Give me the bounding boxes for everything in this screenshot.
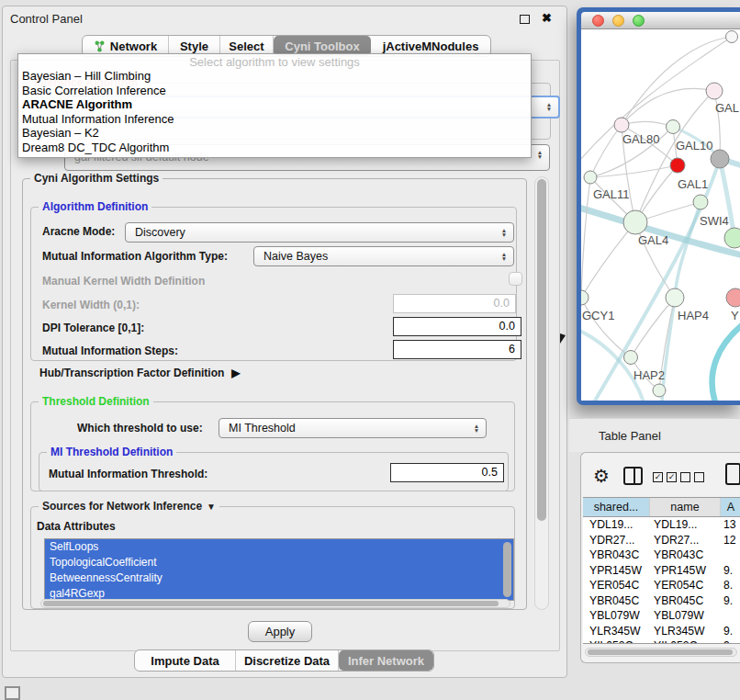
- combo-arrows-icon: ▲▼: [499, 248, 510, 265]
- unchecked-checkbox-icon[interactable]: [680, 472, 690, 482]
- unchecked-checkbox-icon[interactable]: [694, 472, 704, 482]
- document-icon[interactable]: [725, 463, 740, 485]
- mi-type-combo[interactable]: Naive Bayes ▲▼: [253, 246, 514, 266]
- algorithm-option[interactable]: Bayesian – Hill Climbing: [18, 69, 531, 84]
- mi-steps-label: Mutual Information Steps:: [42, 344, 178, 357]
- network-node[interactable]: [667, 120, 680, 134]
- list-horizontal-scrollbar[interactable]: [40, 599, 510, 608]
- list-scrollbar-thumb[interactable]: [503, 542, 511, 597]
- table-row[interactable]: YBR045CYBR045C9.: [583, 593, 740, 609]
- table-row[interactable]: YDR27...YDR27...12: [583, 533, 740, 548]
- tab-impute-data[interactable]: Impute Data: [135, 650, 236, 671]
- algorithm-option[interactable]: Dream8 DC_TDC Algorithm: [18, 141, 531, 155]
- mi-steps-field[interactable]: 6: [393, 340, 521, 359]
- network-node[interactable]: [693, 195, 708, 209]
- table-header-row: shared... name A: [583, 498, 740, 517]
- network-node[interactable]: [614, 118, 629, 132]
- network-node[interactable]: [706, 83, 723, 99]
- table-row[interactable]: YIL052CYIL052C9: [583, 638, 740, 644]
- scrollbar-thumb[interactable]: [537, 179, 546, 521]
- node-label: HAP4: [678, 309, 709, 322]
- settings-vertical-scrollbar[interactable]: [534, 176, 549, 610]
- kernel-width-field[interactable]: 0.0: [393, 294, 516, 313]
- network-node[interactable]: [581, 290, 589, 305]
- sources-group-title[interactable]: Sources for Network Inference▼: [39, 500, 219, 513]
- network-edge: [581, 329, 644, 401]
- network-graph: GALGAL80GAL10GAL11GAL1SWI4GAL4GCY1HAP4YH…: [581, 29, 740, 401]
- hub-definition-toggle[interactable]: Hub/Transcription Factor Definition▶: [39, 367, 241, 379]
- aracne-mode-value: Discovery: [135, 226, 185, 239]
- node-label: GAL10: [676, 139, 712, 152]
- column-header-shared-name[interactable]: shared...: [583, 498, 650, 516]
- network-node[interactable]: [624, 351, 638, 365]
- data-attribute-item[interactable]: SelfLoops: [45, 539, 513, 555]
- minimize-traffic-light-icon[interactable]: [612, 15, 624, 27]
- gear-icon[interactable]: ⚙: [593, 465, 610, 487]
- manual-kernel-checkbox[interactable]: [509, 272, 522, 286]
- data-attributes-list[interactable]: SelfLoopsTopologicalCoefficientBetweenne…: [44, 538, 514, 601]
- algorithm-option[interactable]: Mutual Information Inference: [18, 112, 531, 127]
- table-cell: YBR043C: [583, 548, 650, 563]
- data-attributes-label: Data Attributes: [37, 520, 116, 533]
- table-row[interactable]: YBL079WYBL079W: [583, 608, 740, 624]
- checked-checkbox-icon[interactable]: ✓: [653, 472, 663, 482]
- network-node[interactable]: [726, 288, 740, 307]
- network-node[interactable]: [724, 228, 740, 248]
- node-label: GAL1: [678, 177, 708, 191]
- network-window-titlebar[interactable]: [581, 12, 740, 29]
- network-view-window: GALGAL80GAL10GAL11GAL1SWI4GAL4GCY1HAP4YH…: [577, 7, 740, 405]
- network-canvas[interactable]: GALGAL80GAL10GAL11GAL1SWI4GAL4GCY1HAP4YH…: [581, 29, 740, 401]
- algorithm-option[interactable]: Basic Correlation Inference: [18, 84, 531, 98]
- network-node[interactable]: [666, 288, 684, 307]
- network-node[interactable]: [711, 150, 729, 168]
- bottom-tabs: Impute Data Discretize Data Infer Networ…: [134, 649, 434, 672]
- table-row[interactable]: YER054CYER054C8.: [583, 578, 740, 593]
- aracne-mode-combo[interactable]: Discovery ▲▼: [125, 222, 514, 243]
- checked-checkbox-icon[interactable]: ✓: [667, 472, 677, 482]
- network-node[interactable]: [726, 31, 738, 43]
- close-icon[interactable]: ✖: [542, 11, 552, 25]
- minimized-panel-icon[interactable]: [5, 686, 20, 700]
- table-cell: [721, 608, 740, 624]
- mi-type-value: Naive Bayes: [263, 250, 328, 263]
- tab-discretize-data[interactable]: Discretize Data: [236, 650, 339, 671]
- table-row[interactable]: YBR043CYBR043C: [583, 548, 740, 563]
- network-node[interactable]: [623, 210, 647, 234]
- float-window-icon[interactable]: [520, 15, 530, 24]
- tab-label: Impute Data: [151, 654, 219, 668]
- dpi-tolerance-field[interactable]: 0.0: [393, 317, 521, 336]
- zoom-traffic-light-icon[interactable]: [633, 15, 645, 27]
- table-row[interactable]: YPR145WYPR145W9.: [583, 563, 740, 579]
- network-edge: [581, 222, 635, 298]
- data-attribute-item[interactable]: TopologicalCoefficient: [45, 555, 513, 570]
- data-attribute-item[interactable]: BetweennessCentrality: [45, 570, 513, 586]
- scrollbar-thumb[interactable]: [43, 601, 499, 606]
- close-traffic-light-icon[interactable]: [592, 15, 604, 27]
- which-threshold-combo[interactable]: MI Threshold ▲▼: [219, 418, 487, 438]
- network-node[interactable]: [653, 384, 666, 397]
- algorithm-option[interactable]: Bayesian – K2: [18, 126, 531, 141]
- table-row[interactable]: YLR345WYLR345W9.: [583, 624, 740, 639]
- control-panel-title: Control Panel: [10, 12, 83, 26]
- scrollbar-thumb[interactable]: [588, 649, 733, 655]
- node-label: HAP2: [633, 368, 665, 382]
- table-horizontal-scrollbar[interactable]: [585, 648, 737, 657]
- table-row[interactable]: YDL19...YDL19...13: [583, 517, 740, 533]
- network-edge: [590, 165, 678, 177]
- mi-threshold-field[interactable]: 0.5: [390, 463, 504, 482]
- network-node[interactable]: [670, 158, 685, 173]
- mi-type-label: Mutual Information Algorithm Type:: [42, 250, 228, 263]
- apply-button[interactable]: Apply: [248, 621, 312, 642]
- table-body: YDL19...YDL19...13YDR27...YDR27...12YBR0…: [583, 517, 740, 644]
- algorithm-option[interactable]: ARACNE Algorithm: [18, 97, 531, 112]
- control-panel-window: Control Panel ✖ Network Style Select Cyn…: [2, 6, 567, 678]
- node-label: SWI4: [700, 214, 729, 228]
- split-columns-icon[interactable]: [623, 467, 643, 485]
- table-panel-title: Table Panel: [599, 429, 661, 443]
- table-cell: 9: [721, 638, 740, 644]
- network-edge: [581, 177, 590, 298]
- column-header-partial[interactable]: A: [721, 498, 740, 516]
- network-node[interactable]: [584, 171, 597, 184]
- column-header-name[interactable]: name: [650, 498, 721, 516]
- tab-infer-network[interactable]: Infer Network: [339, 650, 433, 671]
